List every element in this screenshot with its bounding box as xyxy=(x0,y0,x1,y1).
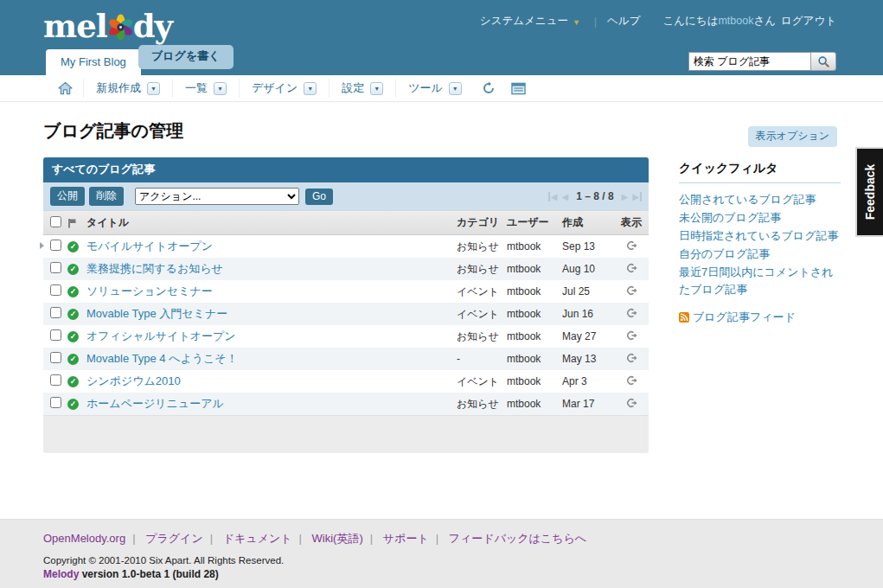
footer-link-support[interactable]: サポート xyxy=(383,532,429,545)
published-status-icon: ✓ xyxy=(67,241,79,252)
first-page-icon[interactable]: ◀ xyxy=(548,192,558,201)
column-category[interactable]: カテゴリ xyxy=(457,215,507,230)
entry-category: お知らせ xyxy=(457,240,507,254)
melody-admin-page: mel dy システムメニュー ▼ | ヘルプ こんにちはmtbo xyxy=(0,0,883,588)
entry-feed-link[interactable]: ブログ記事フィード xyxy=(693,310,796,325)
melody-logo[interactable]: mel dy xyxy=(43,7,172,45)
view-entry-button[interactable] xyxy=(617,353,649,366)
logout-link[interactable]: ログアウト xyxy=(781,14,836,29)
published-status-icon: ✓ xyxy=(67,286,79,297)
divider: | xyxy=(210,532,213,545)
entry-title-link[interactable]: ソリューションセミナー xyxy=(86,284,213,297)
write-entry-button[interactable]: ブログを書く xyxy=(138,45,234,69)
view-entry-button[interactable] xyxy=(617,263,649,276)
entry-title-link[interactable]: シンポジウム2010 xyxy=(86,374,181,387)
view-entry-button[interactable] xyxy=(617,308,649,321)
entry-category: お知らせ xyxy=(457,397,507,412)
flower-icon xyxy=(107,14,134,41)
table-row: ✓ オフィシャルサイトオープン お知らせ mtbook May 27 xyxy=(43,325,649,348)
version-brand: Melody xyxy=(43,568,79,580)
publish-button[interactable]: 公開 xyxy=(50,187,85,206)
search-button[interactable] xyxy=(810,52,836,71)
footer-link-openmelody[interactable]: OpenMelody.org xyxy=(43,532,125,545)
chevron-down-icon[interactable]: ▼ xyxy=(147,82,160,95)
footer-link-plugins[interactable]: プラグイン xyxy=(145,532,203,545)
nav-settings[interactable]: 設定 ▼ xyxy=(329,79,395,98)
filter-unpublished-link[interactable]: 未公開のブログ記事 xyxy=(679,209,841,227)
nav-tools-label: ツール xyxy=(408,80,443,96)
view-entry-button[interactable] xyxy=(617,375,649,388)
column-user[interactable]: ユーザー xyxy=(507,215,562,230)
view-entry-button[interactable] xyxy=(617,240,649,253)
nav-create[interactable]: 新規作成 ▼ xyxy=(83,79,172,98)
entry-title-link[interactable]: Movable Type 4 へようこそ！ xyxy=(86,352,238,365)
row-checkbox[interactable] xyxy=(50,397,61,408)
chevron-down-icon[interactable]: ▼ xyxy=(370,82,383,95)
row-checkbox[interactable] xyxy=(50,329,61,341)
chevron-down-icon[interactable]: ▼ xyxy=(449,82,462,95)
last-page-icon[interactable]: ▶ xyxy=(632,192,642,201)
footer-link-wiki[interactable]: Wiki(英語) xyxy=(312,532,363,545)
entry-category: お知らせ xyxy=(457,262,507,277)
view-entry-button[interactable] xyxy=(617,285,649,298)
filter-my-entries-link[interactable]: 自分のブログ記事 xyxy=(679,246,841,263)
filter-published-link[interactable]: 公開されているブログ記事 xyxy=(679,191,841,208)
next-page-icon[interactable]: ▶ xyxy=(622,192,629,201)
search-icon xyxy=(817,55,830,68)
view-site-button[interactable] xyxy=(503,79,534,98)
entry-category: お知らせ xyxy=(457,329,507,344)
quickfilter-title: クイックフィルタ xyxy=(679,161,841,183)
search-input[interactable] xyxy=(688,52,810,71)
window-icon xyxy=(511,82,526,95)
nav-design[interactable]: デザイン ▼ xyxy=(239,79,329,98)
help-link[interactable]: ヘルプ xyxy=(607,14,640,29)
nav-home[interactable] xyxy=(48,79,83,98)
listing-toolbar: 公開 削除 アクション... Go ◀ ◀ 1 – 8 / 8 ▶ ▶ xyxy=(43,182,649,210)
entry-title-link[interactable]: ホームページリニューアル xyxy=(86,397,224,410)
pagination-range: 1 – 8 / 8 xyxy=(576,190,613,202)
filter-scheduled-link[interactable]: 日時指定されているブログ記事 xyxy=(679,227,841,245)
entry-title-link[interactable]: モバイルサイトオープン xyxy=(86,240,213,252)
filter-recent-comments-link[interactable]: 最近7日間以内にコメントされたブログ記事 xyxy=(679,264,841,298)
blog-tab[interactable]: My First Blog xyxy=(46,49,141,75)
display-options-button[interactable]: 表示オプション xyxy=(748,126,837,147)
action-select[interactable]: アクション... xyxy=(135,188,299,205)
go-button[interactable]: Go xyxy=(305,189,333,205)
system-menu-link[interactable]: システムメニュー xyxy=(480,14,568,29)
system-menu-dropdown-icon[interactable]: ▼ xyxy=(573,18,580,27)
footer-link-feedback[interactable]: フィードバックはこちらへ xyxy=(449,532,586,545)
username-link[interactable]: mtbook xyxy=(718,15,753,27)
entry-title-link[interactable]: Movable Type 入門セミナー xyxy=(86,307,227,320)
divider: | xyxy=(132,532,135,545)
chevron-down-icon[interactable]: ▼ xyxy=(214,82,227,95)
view-entry-button[interactable] xyxy=(617,330,649,343)
feedback-tab[interactable]: Feedback xyxy=(855,147,883,237)
row-checkbox[interactable] xyxy=(50,352,61,363)
table-header-row: タイトル カテゴリ ユーザー 作成 表示 xyxy=(43,210,649,235)
entry-date: Aug 10 xyxy=(562,263,617,275)
row-checkbox[interactable] xyxy=(50,262,61,273)
rebuild-button[interactable] xyxy=(474,79,503,98)
greeting-prefix: こんにちは xyxy=(662,15,718,27)
nav-tools[interactable]: ツール ▼ xyxy=(395,79,474,98)
row-checkbox[interactable] xyxy=(50,307,61,318)
row-checkbox[interactable] xyxy=(50,284,61,296)
chevron-down-icon[interactable]: ▼ xyxy=(304,82,317,95)
prev-page-icon[interactable]: ◀ xyxy=(562,192,569,201)
column-title[interactable]: タイトル xyxy=(86,215,457,230)
entry-title-link[interactable]: オフィシャルサイトオープン xyxy=(86,329,236,342)
entry-user: mtbook xyxy=(507,308,562,320)
footer-link-docs[interactable]: ドキュメント xyxy=(223,532,292,545)
row-caret-icon xyxy=(40,242,44,249)
select-all-checkbox[interactable] xyxy=(50,216,61,227)
view-entry-button[interactable] xyxy=(617,398,649,411)
nav-list[interactable]: 一覧 ▼ xyxy=(172,79,239,98)
entry-title-link[interactable]: 業務提携に関するお知らせ xyxy=(86,262,223,275)
entry-date: Mar 17 xyxy=(562,398,617,410)
row-checkbox[interactable] xyxy=(50,240,61,251)
row-checkbox[interactable] xyxy=(50,374,61,386)
pagination: ◀ ◀ 1 – 8 / 8 ▶ ▶ xyxy=(548,190,642,202)
column-created[interactable]: 作成 xyxy=(562,215,617,230)
delete-button[interactable]: 削除 xyxy=(89,187,124,206)
entry-user: mtbook xyxy=(507,330,562,342)
